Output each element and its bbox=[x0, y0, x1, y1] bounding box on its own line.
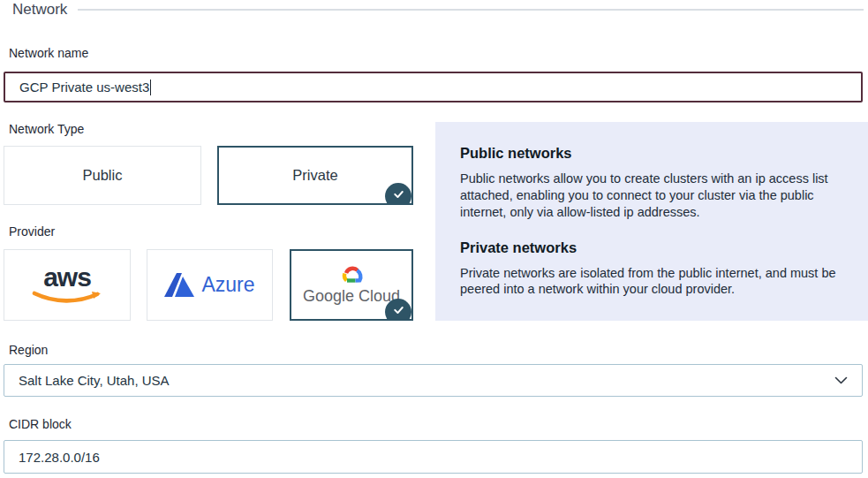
aws-logo: aws bbox=[43, 266, 91, 289]
provider-option-google-cloud[interactable]: Google Cloud bbox=[290, 249, 413, 321]
private-networks-heading: Private networks bbox=[460, 239, 843, 256]
region-selected-value: Salt Lake City, Utah, USA bbox=[19, 373, 170, 388]
network-type-option-private[interactable]: Private bbox=[217, 146, 413, 205]
provider-option-azure[interactable]: Azure bbox=[147, 249, 273, 321]
text-caret bbox=[150, 80, 151, 95]
network-type-label: Network Type bbox=[9, 122, 84, 136]
region-select[interactable]: Salt Lake City, Utah, USA bbox=[4, 364, 863, 397]
region-label: Region bbox=[9, 343, 48, 357]
network-name-label: Network name bbox=[9, 46, 88, 60]
provider-label: Provider bbox=[9, 224, 55, 239]
network-name-input[interactable]: GCP Private us-west3 bbox=[4, 72, 863, 102]
section-divider bbox=[78, 9, 864, 11]
private-option-label: Private bbox=[292, 167, 337, 184]
chevron-down-icon bbox=[834, 376, 848, 384]
azure-logo-icon bbox=[164, 272, 195, 298]
google-cloud-logo-text: Google Cloud bbox=[303, 287, 400, 306]
check-icon bbox=[385, 183, 411, 205]
private-networks-description: Private networks are isolated from the p… bbox=[460, 265, 843, 299]
public-networks-heading: Public networks bbox=[460, 145, 843, 162]
google-cloud-logo-icon bbox=[337, 264, 366, 286]
cidr-block-value: 172.28.0.0/16 bbox=[19, 450, 100, 465]
public-networks-description: Public networks allow you to create clus… bbox=[460, 171, 843, 221]
network-info-panel: Public networks Public networks allow yo… bbox=[435, 122, 868, 321]
aws-smile-icon bbox=[32, 291, 102, 304]
network-name-value: GCP Private us-west3 bbox=[19, 80, 149, 95]
public-option-label: Public bbox=[83, 167, 123, 184]
network-type-option-public[interactable]: Public bbox=[4, 146, 201, 205]
cidr-block-input[interactable]: 172.28.0.0/16 bbox=[4, 440, 863, 474]
azure-logo-text: Azure bbox=[201, 273, 254, 297]
cidr-block-label: CIDR block bbox=[9, 417, 72, 431]
check-icon bbox=[385, 299, 411, 321]
section-title: Network bbox=[12, 1, 67, 19]
provider-option-aws[interactable]: aws bbox=[4, 249, 131, 321]
network-form-page: Network Network name GCP Private us-west… bbox=[0, 0, 868, 478]
